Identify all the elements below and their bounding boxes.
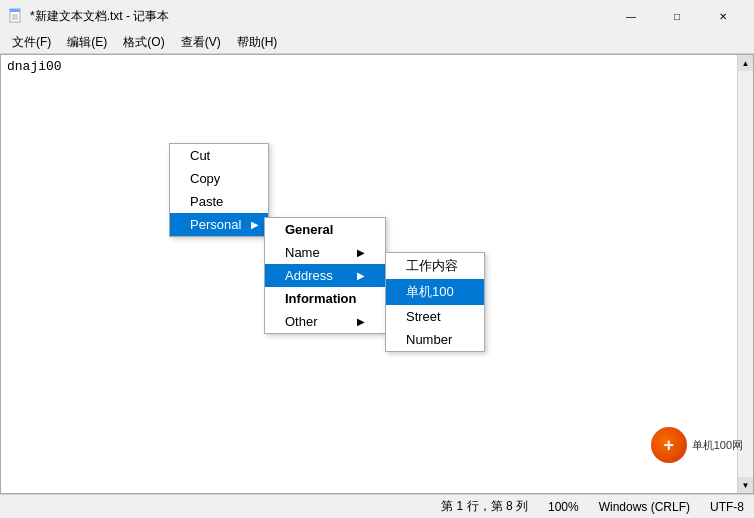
menu-bar: 文件(F) 编辑(E) 格式(O) 查看(V) 帮助(H) [0, 32, 754, 54]
submenu-arrow-personal: ▶ [251, 219, 259, 230]
ctx-other[interactable]: Other ▶ [265, 310, 385, 333]
watermark: 单机100网 [651, 427, 743, 463]
ctx-information[interactable]: Information [265, 287, 385, 310]
menu-view[interactable]: 查看(V) [173, 32, 229, 53]
app-icon [8, 8, 24, 24]
watermark-logo [651, 427, 687, 463]
context-menu-1: Cut Copy Paste Personal ▶ [169, 143, 269, 237]
ctx-number[interactable]: Number [386, 328, 484, 351]
title-bar: *新建文本文档.txt - 记事本 — □ ✕ [0, 0, 754, 32]
menu-format[interactable]: 格式(O) [115, 32, 172, 53]
submenu-arrow-address: ▶ [357, 270, 365, 281]
editor-area[interactable]: dnaji00 ▲ ▼ Cut Copy Paste Personal ▶ Ge… [0, 54, 754, 494]
watermark-text: 单机100网 [692, 438, 743, 453]
submenu-arrow-other: ▶ [357, 316, 365, 327]
ctx-single-machine[interactable]: 单机100 [386, 279, 484, 305]
menu-edit[interactable]: 编辑(E) [59, 32, 115, 53]
status-bar: 第 1 行，第 8 列 100% Windows (CRLF) UTF-8 [0, 494, 754, 518]
editor-content: dnaji00 [1, 55, 753, 78]
submenu-arrow-name: ▶ [357, 247, 365, 258]
ctx-address[interactable]: Address ▶ [265, 264, 385, 287]
status-encoding: UTF-8 [710, 500, 744, 514]
maximize-button[interactable]: □ [654, 0, 700, 32]
ctx-name[interactable]: Name ▶ [265, 241, 385, 264]
status-zoom: 100% [548, 500, 579, 514]
context-menu-3: 工作内容 单机100 Street Number [385, 252, 485, 352]
scroll-up-arrow[interactable]: ▲ [738, 55, 754, 71]
menu-help[interactable]: 帮助(H) [229, 32, 286, 53]
ctx-work-content[interactable]: 工作内容 [386, 253, 484, 279]
ctx-street[interactable]: Street [386, 305, 484, 328]
ctx-personal[interactable]: Personal ▶ [170, 213, 268, 236]
ctx-cut[interactable]: Cut [170, 144, 268, 167]
status-position: 第 1 行，第 8 列 [441, 498, 528, 515]
window-title: *新建文本文档.txt - 记事本 [30, 8, 608, 25]
svg-rect-1 [10, 9, 20, 12]
ctx-general[interactable]: General [265, 218, 385, 241]
context-menu-2: General Name ▶ Address ▶ Information Oth… [264, 217, 386, 334]
close-button[interactable]: ✕ [700, 0, 746, 32]
status-line-ending: Windows (CRLF) [599, 500, 690, 514]
scroll-down-arrow[interactable]: ▼ [738, 477, 754, 493]
ctx-copy[interactable]: Copy [170, 167, 268, 190]
minimize-button[interactable]: — [608, 0, 654, 32]
window-controls: — □ ✕ [608, 0, 746, 32]
menu-file[interactable]: 文件(F) [4, 32, 59, 53]
ctx-paste[interactable]: Paste [170, 190, 268, 213]
